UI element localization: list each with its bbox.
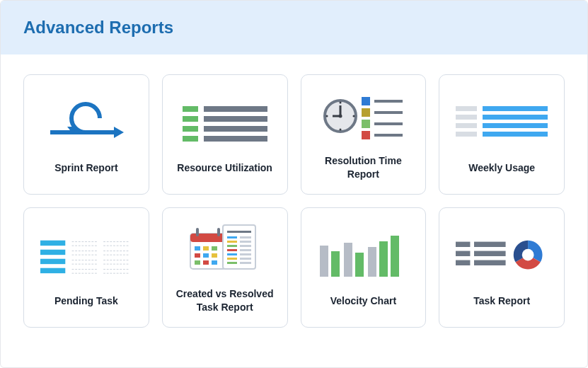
svg-point-97	[522, 248, 534, 260]
svg-rect-25	[374, 122, 403, 125]
svg-rect-92	[456, 251, 470, 255]
svg-rect-8	[204, 116, 267, 122]
svg-rect-74	[227, 245, 237, 247]
svg-rect-85	[331, 251, 340, 277]
svg-rect-93	[456, 260, 470, 265]
svg-rect-38	[40, 268, 65, 272]
svg-rect-80	[227, 258, 237, 260]
svg-rect-56	[190, 234, 226, 242]
svg-rect-7	[204, 106, 267, 112]
svg-rect-95	[474, 251, 506, 255]
svg-rect-82	[227, 262, 237, 264]
svg-rect-88	[368, 247, 376, 277]
svg-rect-23	[374, 100, 403, 103]
card-task-report[interactable]: Task Report	[439, 207, 565, 328]
svg-rect-29	[456, 123, 477, 128]
svg-rect-5	[183, 126, 198, 132]
svg-point-15	[340, 102, 342, 104]
svg-rect-6	[183, 136, 198, 142]
svg-rect-31	[483, 106, 548, 111]
svg-rect-30	[456, 132, 477, 137]
svg-rect-75	[240, 245, 251, 247]
velocity-icon	[317, 228, 409, 284]
card-pending-task[interactable]: Pending Task	[23, 207, 149, 328]
svg-rect-27	[456, 106, 477, 111]
svg-rect-24	[374, 111, 403, 114]
svg-rect-34	[483, 132, 548, 137]
card-label: Task Report	[473, 294, 530, 308]
svg-rect-69	[227, 231, 251, 233]
card-label: Resolution Time Report	[309, 154, 419, 181]
svg-rect-33	[483, 123, 548, 128]
svg-rect-65	[195, 260, 200, 265]
svg-rect-66	[203, 260, 209, 265]
page-title: Advanced Reports	[23, 18, 565, 38]
svg-rect-19	[362, 97, 370, 105]
card-label: Resource Utilization	[177, 161, 272, 175]
svg-rect-76	[227, 249, 237, 251]
svg-rect-79	[240, 253, 251, 255]
card-created-vs-resolved[interactable]: Created vs Resolved Task Report	[162, 207, 288, 328]
svg-rect-60	[203, 246, 209, 251]
svg-rect-86	[344, 243, 352, 277]
svg-rect-22	[362, 131, 370, 139]
pending-task-icon	[40, 228, 132, 284]
svg-rect-94	[474, 241, 506, 246]
card-label: Weekly Usage	[468, 161, 535, 175]
svg-rect-67	[212, 260, 217, 265]
svg-rect-9	[204, 126, 267, 132]
card-label: Velocity Chart	[330, 294, 396, 308]
task-report-icon	[456, 228, 548, 284]
svg-rect-83	[240, 262, 251, 264]
svg-rect-73	[240, 241, 251, 243]
svg-rect-63	[203, 253, 209, 258]
page-header: Advanced Reports	[1, 1, 587, 54]
card-weekly-usage[interactable]: Weekly Usage	[439, 74, 565, 195]
svg-marker-1	[114, 127, 124, 138]
card-resolution-time[interactable]: Resolution Time Report	[301, 74, 427, 195]
svg-rect-21	[362, 120, 370, 128]
svg-rect-81	[240, 258, 251, 260]
svg-rect-87	[355, 253, 364, 277]
svg-point-17	[326, 115, 328, 117]
svg-rect-26	[374, 134, 403, 137]
svg-rect-57	[196, 228, 199, 236]
svg-rect-4	[183, 116, 198, 122]
svg-rect-96	[474, 260, 506, 265]
card-sprint-report[interactable]: Sprint Report	[23, 74, 149, 195]
svg-point-18	[353, 115, 355, 117]
weekly-usage-icon	[456, 95, 548, 151]
card-resource-utilization[interactable]: Resource Utilization	[162, 74, 288, 195]
svg-rect-37	[40, 258, 65, 263]
svg-rect-35	[40, 240, 65, 245]
svg-rect-59	[195, 246, 200, 251]
reports-grid: Sprint Report Resource Utilization	[1, 54, 587, 347]
svg-rect-10	[204, 136, 267, 142]
svg-rect-20	[362, 108, 370, 117]
svg-rect-78	[227, 253, 237, 255]
svg-point-16	[340, 129, 342, 131]
sprint-icon	[40, 95, 132, 151]
svg-rect-71	[240, 236, 251, 238]
card-label: Pending Task	[54, 294, 118, 308]
svg-rect-36	[40, 249, 65, 254]
svg-rect-61	[212, 246, 217, 251]
created-resolved-icon	[179, 221, 271, 277]
svg-rect-77	[240, 249, 251, 251]
svg-rect-64	[212, 253, 217, 258]
svg-rect-72	[227, 241, 237, 243]
svg-rect-3	[183, 106, 198, 112]
svg-rect-89	[379, 241, 388, 277]
svg-rect-90	[391, 236, 399, 277]
card-label: Sprint Report	[54, 161, 117, 175]
svg-rect-28	[456, 115, 477, 120]
card-velocity-chart[interactable]: Velocity Chart	[301, 207, 427, 328]
svg-rect-84	[320, 246, 328, 277]
svg-rect-91	[456, 241, 470, 246]
resource-icon	[179, 95, 271, 151]
svg-rect-58	[217, 228, 220, 236]
card-label: Created vs Resolved Task Report	[170, 287, 280, 314]
svg-rect-70	[227, 236, 237, 238]
svg-rect-32	[483, 115, 548, 120]
svg-rect-62	[195, 253, 200, 258]
